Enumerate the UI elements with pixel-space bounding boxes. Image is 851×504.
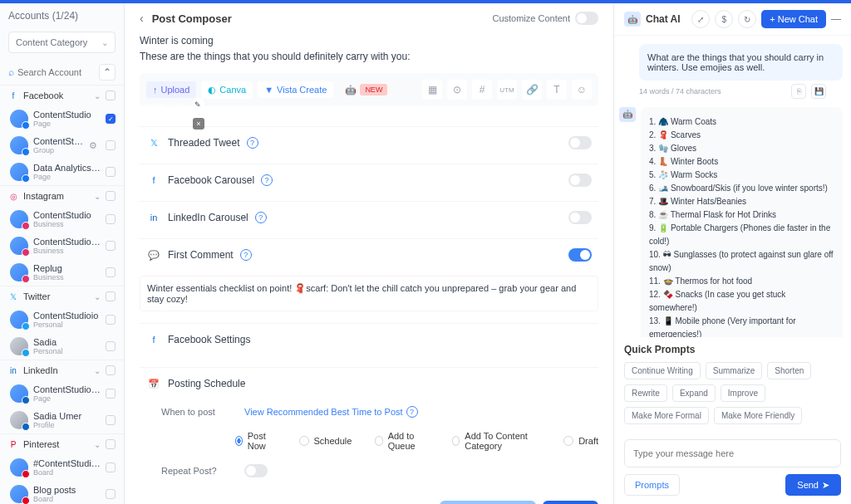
account-item[interactable]: #ContentStudioLifeBoard [0, 454, 124, 481]
quick-prompt-chip[interactable]: Shorten [767, 362, 811, 379]
send-button[interactable]: Send ➤ [785, 474, 841, 496]
canva-button[interactable]: ◐ Canva [201, 81, 253, 99]
account-checkbox[interactable] [106, 315, 116, 325]
select-all-checkbox[interactable] [106, 439, 116, 449]
linkedin-carousel-toggle[interactable] [568, 211, 592, 224]
image-icon[interactable]: ▦ [422, 80, 442, 100]
hash-icon[interactable]: # [472, 80, 492, 100]
quick-prompt-chip[interactable]: Make More Friendly [714, 407, 802, 424]
platform-header-facebook[interactable]: fFacebook⌄ [0, 85, 124, 105]
platform-header-instagram[interactable]: ◎Instagram⌄ [0, 185, 124, 206]
repeat-post-label: Repeat Post? [161, 466, 228, 476]
select-all-checkbox[interactable] [106, 365, 116, 375]
account-checkbox[interactable] [106, 267, 116, 277]
avatar [10, 311, 28, 329]
recommended-time-link[interactable]: View Recommended Best Time to Post ? [244, 406, 418, 418]
info-icon[interactable]: ? [255, 212, 267, 223]
edit-image-icon[interactable]: ✎ [191, 98, 204, 111]
history-icon[interactable]: ↻ [738, 10, 756, 28]
first-comment-toggle[interactable] [568, 248, 592, 262]
gear-icon[interactable]: ⚙ [89, 140, 97, 151]
back-arrow-icon[interactable]: ‹ [140, 12, 144, 25]
account-search[interactable]: ⌕ [8, 63, 94, 81]
account-item[interactable]: Sadia UmerProfile [0, 407, 124, 433]
account-item[interactable]: Data Analytics (Isl...Page [0, 159, 124, 185]
facebook-icon: f [8, 91, 18, 100]
info-icon[interactable]: ? [261, 174, 273, 186]
ai-button[interactable]: 🤖 NEW [338, 81, 394, 99]
schedule-option[interactable]: Post Now [235, 431, 276, 451]
save-icon[interactable]: 💾 [811, 84, 826, 99]
quick-prompt-chip[interactable]: Continue Writing [624, 362, 701, 379]
info-icon[interactable]: ? [247, 137, 258, 149]
account-checkbox[interactable] [106, 489, 116, 499]
send-approval-button[interactable]: Send for Approval [440, 501, 535, 504]
account-checkbox[interactable] [106, 389, 116, 399]
quick-prompt-chip[interactable]: Make More Formal [624, 407, 709, 424]
credits-icon[interactable]: $ [715, 10, 733, 28]
account-checkbox[interactable] [106, 462, 116, 472]
emoji-icon[interactable]: ☺ [572, 80, 592, 100]
content-category-select[interactable]: Content Category ⌄ [8, 32, 116, 53]
schedule-option[interactable]: Schedule [299, 431, 352, 451]
pinterest-icon: P [8, 439, 18, 449]
link-icon[interactable]: 🔗 [522, 80, 542, 100]
info-icon: ? [406, 406, 418, 418]
account-checkbox[interactable] [106, 241, 116, 251]
platform-header-twitter[interactable]: 𝕏Twitter⌄ [0, 286, 124, 306]
schedule-option[interactable]: Draft [563, 431, 598, 451]
account-item[interactable]: ContentStudio.io Co...Group⚙ [0, 132, 124, 159]
prompts-button[interactable]: Prompts [624, 474, 680, 496]
search-input[interactable] [17, 67, 94, 77]
upload-button[interactable]: ↑ Upload [146, 81, 196, 98]
collapse-up-button[interactable]: ⌃ [99, 64, 116, 81]
vista-create-button[interactable]: ▼ Vista Create [258, 81, 333, 98]
select-all-checkbox[interactable] [106, 291, 116, 301]
word-count: 14 words / 74 characters [639, 87, 721, 95]
post-content-area[interactable]: Winter is coming These are the things th… [125, 33, 613, 73]
post-now-button[interactable]: Post No [543, 501, 598, 504]
account-checkbox[interactable] [106, 214, 116, 224]
text-icon[interactable]: T [547, 80, 567, 100]
schedule-option[interactable]: Add To Content Category [452, 431, 540, 451]
account-checkbox[interactable] [106, 140, 116, 150]
expand-icon[interactable]: ⤢ [691, 10, 710, 28]
chat-input[interactable] [624, 439, 841, 467]
select-all-checkbox[interactable] [106, 191, 116, 201]
option-icon[interactable]: ⊙ [447, 80, 467, 100]
quick-prompt-chip[interactable]: Rewrite [624, 384, 667, 402]
schedule-option[interactable]: Add to Queue [375, 431, 429, 451]
copy-icon[interactable]: ⎘ [791, 84, 806, 99]
account-item[interactable]: ContentStudioioPersonal [0, 306, 124, 333]
customize-toggle[interactable] [575, 12, 598, 25]
avatar [10, 337, 28, 355]
first-comment-input[interactable]: Winter essentials checklist on point! 🧣s… [140, 276, 598, 311]
quick-prompt-chip[interactable]: Summarize [706, 362, 763, 379]
account-item[interactable]: Blog postsBoard [0, 481, 124, 504]
account-item[interactable]: ContentStudio - Zap...Business [0, 232, 124, 259]
remove-image-icon[interactable]: × [193, 118, 204, 130]
account-checkbox[interactable] [106, 167, 116, 177]
account-item[interactable]: ReplugBusiness [0, 259, 124, 286]
platform-header-pinterest[interactable]: PPinterest⌄ [0, 433, 124, 454]
quick-prompt-chip[interactable]: Expand [672, 384, 716, 402]
facebook-settings-row[interactable]: f Facebook Settings [140, 323, 598, 355]
account-item[interactable]: ContentStudioBusiness [0, 206, 124, 232]
info-icon[interactable]: ? [240, 249, 252, 261]
select-all-checkbox[interactable] [106, 91, 116, 100]
minimize-icon[interactable]: — [831, 13, 841, 25]
account-item[interactable]: SadiaPersonal [0, 333, 124, 360]
utm-icon[interactable]: UTM [497, 80, 517, 100]
quick-prompt-chip[interactable]: Improve [721, 384, 765, 402]
repeat-post-toggle[interactable] [244, 464, 268, 477]
account-item[interactable]: ContentStudio.ioPage [0, 380, 124, 407]
account-checkbox[interactable] [106, 341, 116, 351]
account-checkbox[interactable] [106, 415, 116, 425]
radio [299, 436, 309, 446]
new-chat-button[interactable]: + New Chat [761, 10, 826, 28]
fb-carousel-toggle[interactable] [568, 174, 592, 187]
account-item[interactable]: ContentStudioPage✓ [0, 105, 124, 132]
threaded-tweet-toggle[interactable] [568, 136, 592, 149]
platform-header-linkedin[interactable]: inLinkedIn⌄ [0, 360, 124, 380]
account-checkbox[interactable]: ✓ [106, 114, 116, 124]
